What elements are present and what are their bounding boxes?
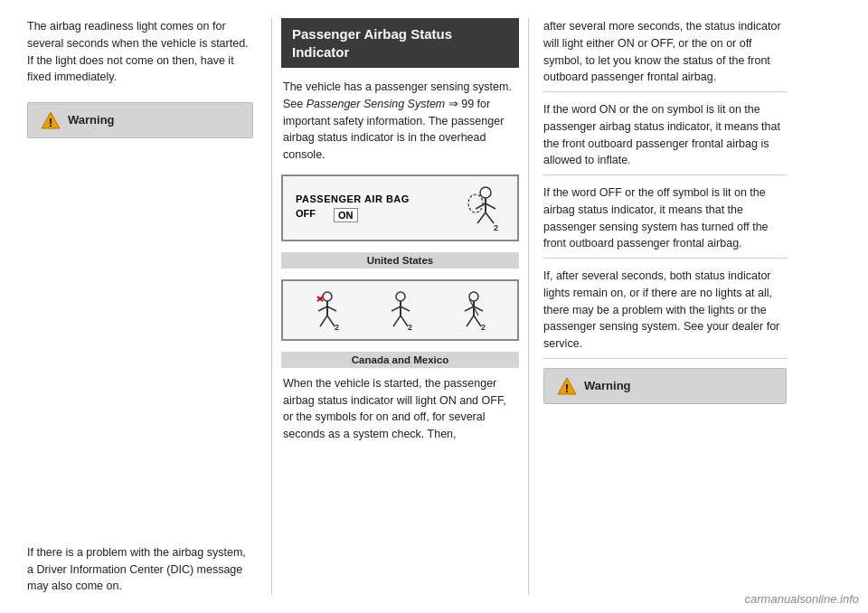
svg-text:!: ! bbox=[565, 382, 569, 395]
svg-point-2 bbox=[480, 187, 491, 198]
svg-line-23 bbox=[393, 316, 401, 326]
svg-text:!: ! bbox=[49, 117, 52, 129]
right-text-2: If the word ON or the on symbol is lit o… bbox=[543, 101, 787, 169]
svg-line-21 bbox=[392, 306, 401, 311]
right-text-4: If, after several seconds, both status i… bbox=[543, 268, 787, 353]
svg-line-7 bbox=[486, 212, 494, 223]
us-diagram-label: PASSENGER AIR BAG OFF ON bbox=[296, 193, 459, 222]
us-off-label: OFF bbox=[296, 208, 316, 222]
svg-line-5 bbox=[486, 203, 495, 209]
svg-line-15 bbox=[327, 316, 335, 326]
right-warning-triangle-icon: ! bbox=[557, 376, 577, 396]
middle-column: Passenger Airbag Status Indicator The ve… bbox=[271, 18, 529, 595]
left-warning-box: ! Warning bbox=[27, 102, 253, 138]
svg-line-24 bbox=[401, 316, 408, 326]
right-block-2: If the word ON or the on symbol is lit o… bbox=[543, 101, 787, 175]
canada-person-svg-1: 2 bbox=[310, 290, 344, 330]
svg-line-22 bbox=[401, 306, 410, 311]
right-warning-label: Warning bbox=[584, 377, 631, 395]
left-intro-text: The airbag readiness light comes on for … bbox=[27, 18, 253, 86]
started-text: When the vehicle is started, the passeng… bbox=[281, 375, 519, 443]
right-column: after several more seconds, the status i… bbox=[529, 18, 787, 595]
middle-intro-text: The vehicle has a passenger sensing syst… bbox=[281, 79, 519, 164]
canada-icon-2: 2 bbox=[383, 290, 418, 330]
us-caption: United States bbox=[281, 252, 519, 269]
right-block-4: If, after several seconds, both status i… bbox=[543, 268, 787, 359]
svg-text:2: 2 bbox=[494, 223, 498, 231]
canada-caption: Canada and Mexico bbox=[281, 352, 519, 368]
svg-text:2: 2 bbox=[408, 323, 412, 330]
svg-line-14 bbox=[320, 316, 327, 326]
watermark: carmanualsonline.info bbox=[745, 592, 859, 606]
canada-airbag-diagram: 2 2 bbox=[281, 279, 519, 341]
svg-point-26 bbox=[469, 292, 478, 301]
us-diagram-title: PASSENGER AIR BAG bbox=[296, 193, 459, 204]
sensing-system-ref: Passenger Sensing System bbox=[307, 98, 446, 110]
svg-line-31 bbox=[474, 316, 481, 326]
svg-line-12 bbox=[318, 306, 327, 311]
svg-point-19 bbox=[396, 292, 405, 301]
right-warning-svg-icon: ! bbox=[557, 376, 577, 396]
svg-text:2: 2 bbox=[481, 323, 486, 330]
canada-icon-3: 2 bbox=[457, 290, 491, 330]
left-column: The airbag readiness light comes on for … bbox=[27, 18, 271, 595]
left-spacer bbox=[27, 147, 253, 256]
svg-point-8 bbox=[468, 194, 483, 212]
canada-person-svg-2: 2 bbox=[383, 290, 418, 330]
us-person-svg: 2 bbox=[467, 185, 505, 231]
left-warning-label: Warning bbox=[68, 111, 115, 129]
right-text-1: after several more seconds, the status i… bbox=[543, 18, 787, 86]
warning-triangle-icon: ! bbox=[41, 110, 61, 130]
canada-icon-1: 2 bbox=[310, 290, 344, 330]
svg-line-6 bbox=[477, 212, 486, 223]
page: The airbag readiness light comes on for … bbox=[0, 0, 868, 613]
svg-line-4 bbox=[476, 203, 486, 209]
section-header: Passenger Airbag Status Indicator bbox=[281, 18, 519, 68]
svg-line-28 bbox=[465, 306, 474, 311]
right-warning-box: ! Warning bbox=[543, 368, 787, 404]
us-diagram-status: OFF ON bbox=[296, 208, 459, 222]
us-airbag-diagram: PASSENGER AIR BAG OFF ON bbox=[281, 174, 519, 241]
svg-point-10 bbox=[323, 292, 332, 301]
us-airbag-person-icon: 2 bbox=[467, 185, 505, 231]
canada-person-svg-3: 2 bbox=[457, 290, 491, 330]
right-block-3: If the word OFF or the off symbol is lit… bbox=[543, 184, 787, 259]
warning-svg-icon: ! bbox=[41, 110, 61, 130]
right-block-1: after several more seconds, the status i… bbox=[543, 18, 787, 92]
left-bottom-text: If there is a problem with the airbag sy… bbox=[27, 544, 253, 595]
svg-line-30 bbox=[467, 316, 474, 326]
us-on-label: ON bbox=[334, 208, 358, 222]
svg-line-13 bbox=[327, 306, 336, 311]
right-text-3: If the word OFF or the off symbol is lit… bbox=[543, 184, 787, 252]
svg-text:2: 2 bbox=[335, 323, 339, 330]
content-area: The airbag readiness light comes on for … bbox=[0, 0, 868, 613]
